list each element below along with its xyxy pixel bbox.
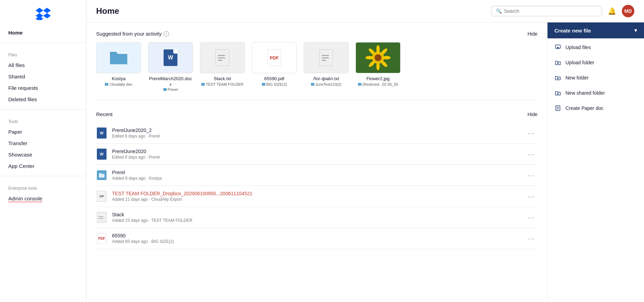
recent-item-test-team[interactable]: ZIP TEST TEAM FOLDER_Dropbox_20200610095… [96, 186, 537, 207]
suggested-grid: Kostya Cloudally dev W PrerelMarch2020.d… [96, 42, 537, 100]
content-main: Suggested from your activity i Hide Kost… [86, 22, 547, 302]
notification-bell-icon[interactable]: 🔔 [608, 7, 616, 15]
recent-title-text: Recent [96, 111, 113, 117]
suggested-item-stack[interactable]: Stack.txt TEST TEAM FOLDER [200, 42, 245, 92]
new-shared-folder-item[interactable]: New shared folder [548, 85, 644, 101]
sidebar-item-deleted-files[interactable]: Deleted files [0, 94, 86, 105]
log-line-1 [322, 55, 329, 56]
recent-more-prerel-june-2[interactable]: ··· [525, 128, 537, 139]
recent-info-test-team: TEST TEAM FOLDER_Dropbox_202006100950...… [112, 191, 525, 202]
sidebar-item-admin-console[interactable]: Admin console [0, 193, 86, 204]
sidebar-divider-1 [0, 43, 86, 43]
recent-meta-prerel-june-2: Edited 8 days ago · Prerel [112, 134, 525, 139]
new-shared-folder-icon [554, 89, 561, 96]
recent-more-prerel-june[interactable]: ··· [525, 149, 537, 160]
zip-sm-icon: ZIP [97, 191, 107, 202]
main-area: Home 🔍 🔔 MD Suggested from your activity… [86, 0, 644, 302]
sidebar-item-app-center[interactable]: App Center [0, 160, 86, 172]
avatar[interactable]: MD [622, 5, 634, 17]
new-folder-item[interactable]: New folder [548, 70, 644, 85]
recent-info-prerel-june-2: PrerelJune2020_2 Edited 8 days ago · Pre… [112, 128, 525, 139]
stack-location: TEST TEAM FOLDER [201, 82, 243, 86]
prerel-march-thumb: W [148, 42, 193, 73]
dropbox-logo [0, 7, 86, 27]
flower-location: (Restored...02 05_55 [358, 82, 398, 86]
sidebar-item-shared[interactable]: Shared [0, 71, 86, 82]
info-icon[interactable]: i [164, 31, 169, 37]
log-txt-icon [319, 49, 333, 66]
log-location: JuneTest123(2) [311, 82, 342, 86]
recent-section-header: Recent Hide [96, 111, 537, 117]
recent-list: W PrerelJune2020_2 Edited 8 days ago · P… [96, 123, 537, 249]
kostya-thumb [96, 42, 141, 73]
sidebar-item-file-requests[interactable]: File requests [0, 82, 86, 94]
svg-point-5 [366, 56, 374, 59]
sidebar-files-section: Files [0, 47, 86, 59]
sidebar-item-transfer[interactable]: Transfer [0, 138, 86, 149]
recent-more-stack[interactable]: ··· [525, 212, 537, 223]
create-paper-doc-item[interactable]: Create Paper doc [548, 101, 644, 116]
recent-name-test-team: TEST TEAM FOLDER_Dropbox_202006100950...… [112, 191, 525, 196]
recent-icon-test-team: ZIP [96, 191, 107, 202]
avatar-initials: MD [624, 8, 632, 14]
recent-more-65590[interactable]: ··· [525, 233, 537, 244]
suggested-item-pdf[interactable]: PDF 65590.pdf BIG SIZE(2) [252, 42, 297, 92]
sidebar-paper-label: Paper [8, 129, 22, 135]
recent-info-prerel: Prerel Added 8 days ago · Kostya [112, 170, 525, 181]
pdf-thumb: PDF [252, 42, 297, 73]
txt-line-2 [218, 57, 225, 58]
recent-item-prerel-june[interactable]: W PrerelJune2020 Edited 8 days ago · Pre… [96, 144, 537, 165]
txt-sm-line-1 [99, 216, 103, 217]
sidebar-divider-3 [0, 176, 86, 176]
pdf-name: 65590.pdf [264, 76, 284, 81]
pdf-location: BIG SIZE(2) [262, 82, 287, 86]
recent-icon-65590: PDF [96, 233, 107, 244]
txt-line-1 [218, 55, 225, 56]
recent-more-test-team[interactable]: ··· [525, 191, 537, 202]
search-input[interactable] [504, 8, 598, 14]
new-folder-icon [554, 74, 561, 81]
recent-more-prerel[interactable]: ··· [525, 170, 537, 181]
upload-folder-item[interactable]: Upload folder [548, 55, 644, 70]
suggested-item-flower[interactable]: Flower2.jpg (Restored...02 05_55 [356, 42, 401, 92]
recent-item-prerel[interactable]: Prerel Added 8 days ago · Kostya ··· [96, 165, 537, 186]
svg-point-2 [375, 54, 381, 61]
recent-item-stack[interactable]: Stack Added 23 days ago · TEST TEAM FOLD… [96, 207, 537, 228]
kostya-name: Kostya [112, 76, 126, 81]
sidebar-home-label: Home [8, 30, 23, 36]
recent-icon-prerel-june: W [96, 149, 107, 160]
search-icon: 🔍 [496, 8, 502, 14]
search-box[interactable]: 🔍 [491, 6, 602, 16]
suggested-hide-button[interactable]: Hide [527, 31, 537, 37]
sidebar-file-requests-label: File requests [8, 85, 38, 91]
sidebar-showcase-label: Showcase [8, 152, 32, 158]
sidebar-item-showcase[interactable]: Showcase [0, 149, 86, 160]
upload-files-icon [554, 44, 561, 51]
recent-item-prerel-june-2[interactable]: W PrerelJune2020_2 Edited 8 days ago · P… [96, 123, 537, 144]
recent-title: Recent [96, 111, 113, 117]
new-folder-label: New folder [565, 75, 589, 81]
recent-meta-prerel: Added 8 days ago · Kostya [112, 176, 525, 181]
recent-name-65590: 65590 [112, 233, 525, 238]
sidebar-item-all-files[interactable]: All files [0, 59, 86, 71]
recent-hide-button[interactable]: Hide [527, 112, 537, 117]
sidebar-transfer-label: Transfer [8, 140, 27, 146]
sidebar-item-home[interactable]: Home [0, 27, 86, 38]
sidebar-enterprise-section: Enterprise tools [0, 180, 86, 193]
suggested-item-prerel-march[interactable]: W PrerelMarch2020.doc x Prerel [148, 42, 193, 92]
suggested-item-log[interactable]: Лог-файл.txt JuneTest123(2) [304, 42, 349, 92]
recent-meta-stack: Added 23 days ago · TEST TEAM FOLDER [112, 218, 525, 223]
suggested-title-text: Suggested from your activity [96, 31, 162, 37]
log-name: Лог-файл.txt [313, 76, 339, 81]
sidebar-item-paper[interactable]: Paper [0, 126, 86, 138]
create-paper-doc-label: Create Paper doc [565, 105, 604, 111]
create-new-file-button[interactable]: Create new file ▾ [548, 22, 644, 38]
suggested-title: Suggested from your activity i [96, 31, 169, 37]
recent-name-stack: Stack [112, 212, 525, 217]
flower-thumb [356, 42, 401, 73]
word-sm-icon-2: W [97, 149, 107, 160]
sidebar-tools-section: Tools [0, 114, 86, 126]
suggested-item-kostya[interactable]: Kostya Cloudally dev [96, 42, 141, 92]
upload-files-item[interactable]: Upload files [548, 40, 644, 55]
recent-item-65590[interactable]: PDF 65590 Added 65 days ago · BIG SIZE(2… [96, 228, 537, 249]
